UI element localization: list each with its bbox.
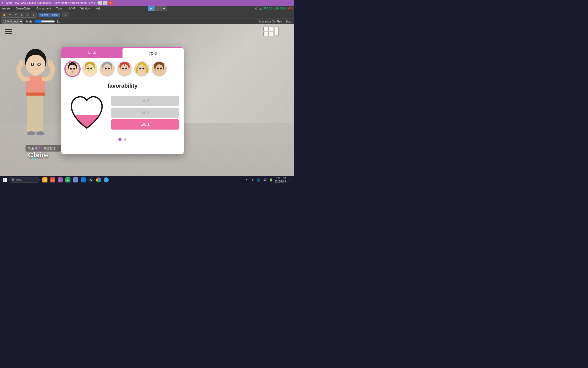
rect-tool[interactable]: ▭: [25, 12, 30, 17]
svg-point-43: [138, 64, 146, 73]
menu-help[interactable]: Help: [94, 6, 102, 10]
scale-tool[interactable]: ⊞: [19, 12, 24, 17]
taskbar-chrome[interactable]: [95, 176, 102, 183]
pivot-center-button[interactable]: Center: [39, 13, 50, 17]
step-button[interactable]: ⏭: [161, 6, 167, 11]
svg-point-50: [160, 68, 162, 70]
taskbar-apps: 📁 🦊 P ♫ D </> S ✈: [41, 176, 110, 183]
avatar-char3[interactable]: [100, 61, 115, 77]
vscode-icon: </>: [81, 177, 86, 182]
favorability-title: favorability: [66, 83, 179, 89]
restore-button[interactable]: □: [103, 1, 107, 5]
page-dot-2[interactable]: [124, 138, 127, 141]
level-bar-2: LV. 2: [111, 108, 179, 118]
hamburger-line-2: [5, 31, 12, 32]
svg-point-17: [27, 131, 35, 135]
stats-label: Sta...: [286, 20, 292, 23]
unity-toolbar: ✋ ✥ ↻ ⊞ ▭ ⊕ Center Local ⊡: [0, 11, 294, 18]
single-panel-icon: [275, 27, 279, 36]
role-panel: task role: [61, 47, 184, 154]
taskbar-steam[interactable]: S: [87, 176, 94, 183]
steam-icon: S: [88, 177, 93, 182]
show-desktop-icon[interactable]: □: [287, 177, 292, 182]
pivot-local-button[interactable]: Local: [50, 13, 60, 17]
avatar-char6[interactable]: [152, 61, 167, 77]
taskbar-browser-fox[interactable]: 🦊: [49, 176, 56, 183]
scale-value: 1x: [57, 20, 60, 23]
perf-fps: FPS 72: [263, 7, 272, 10]
avatar-claire[interactable]: [65, 61, 80, 77]
grid-cell-1: [263, 27, 268, 31]
grid-icon-2x2[interactable]: [263, 27, 273, 36]
avatar-char3-face: [100, 62, 114, 76]
play-button[interactable]: ▶: [148, 6, 154, 11]
avatar-char2[interactable]: [82, 61, 97, 77]
hand-tool[interactable]: ✋: [1, 12, 7, 17]
dialog-box: 笨蛋哥哥！最討厭你...: [26, 145, 61, 152]
start-grid-3: [3, 180, 5, 182]
close-button[interactable]: ✕: [108, 1, 113, 5]
taskbar-search[interactable]: 🔍 搜尋: [9, 177, 40, 183]
task-tab[interactable]: task: [61, 47, 122, 58]
character-figure: [8, 47, 64, 159]
transform-tool[interactable]: ⊕: [31, 12, 36, 17]
title-bar: s - Story - PC, Mac & Linux Standalone -…: [0, 0, 294, 6]
menu-gameobject[interactable]: GameObject: [15, 6, 32, 10]
move-tool[interactable]: ✥: [7, 12, 13, 17]
clock-date: 2023/9/15: [275, 180, 286, 183]
page-indicator-dot: [37, 147, 40, 150]
svg-rect-8: [26, 93, 45, 96]
favorability-heart: [66, 92, 107, 133]
grid-cell-4: [268, 32, 273, 36]
taskbar: 🔍 搜尋 📁 🦊 P ♫ D </> S ✈ ∧ 英: [0, 176, 294, 184]
avatar-char2-face: [83, 62, 97, 76]
rotate-tool[interactable]: ↻: [13, 12, 19, 17]
taskbar-telegram[interactable]: ✈: [103, 176, 110, 183]
settings-icon[interactable]: ⚙: [255, 7, 258, 10]
menu-uvnf[interactable]: UVNF: [67, 6, 76, 10]
svg-rect-34: [108, 70, 111, 72]
start-button[interactable]: [1, 177, 9, 183]
hamburger-line-1: [5, 29, 12, 30]
taskbar-discord[interactable]: D: [72, 176, 79, 183]
taskbar-filemanager[interactable]: 📁: [41, 176, 48, 183]
role-tab[interactable]: role: [122, 48, 184, 58]
tray-expand-icon[interactable]: ∧: [244, 177, 249, 182]
aspect-dropdown[interactable]: 16:9 Aspect: [2, 19, 23, 24]
svg-point-39: [125, 68, 127, 70]
aspect-bar: 16:9 Aspect Scale 1x Maximize On Play St…: [0, 18, 294, 24]
tray-sound-icon[interactable]: 🔊: [262, 177, 267, 182]
dialog-text: 笨蛋哥哥！最討厭你...: [28, 146, 58, 150]
svg-point-5: [32, 63, 33, 65]
svg-point-31: [103, 64, 111, 73]
tray-language-icon[interactable]: 英: [250, 177, 255, 182]
menu-tools[interactable]: Tools: [55, 6, 64, 10]
snap-button[interactable]: ⊡: [62, 12, 69, 17]
taskbar-code[interactable]: </>: [80, 176, 87, 183]
favorability-section: favorability: [61, 80, 184, 136]
hamburger-menu-button[interactable]: [5, 28, 12, 35]
svg-point-28: [90, 68, 92, 70]
taskbar-app-green[interactable]: ♫: [64, 176, 71, 183]
system-clock[interactable]: 下午 3:08 2023/9/15: [275, 177, 286, 183]
maximize-on-play-button[interactable]: Maximize On Play: [259, 20, 282, 23]
avatar-char5[interactable]: [134, 61, 150, 77]
tray-network-icon[interactable]: 🌐: [256, 177, 261, 182]
menu-assets[interactable]: Assets: [1, 6, 11, 10]
scale-slider[interactable]: [34, 19, 55, 24]
cloud-icon[interactable]: ☁: [259, 7, 262, 10]
grid-icon-single[interactable]: [275, 27, 279, 36]
sparkle-small-icon: ✦: [36, 160, 38, 163]
menu-component[interactable]: Component: [35, 6, 52, 10]
menu-window[interactable]: Window: [79, 6, 91, 10]
minimize-button[interactable]: ─: [98, 1, 102, 5]
tray-battery-icon[interactable]: 🔋: [268, 177, 274, 182]
hamburger-line-3: [5, 33, 12, 34]
start-icon: [3, 178, 7, 182]
start-grid-2: [5, 178, 7, 180]
pause-button[interactable]: ⏸: [154, 6, 161, 11]
taskbar-app-purple[interactable]: P: [57, 176, 64, 183]
svg-point-6: [38, 63, 40, 65]
avatar-char4[interactable]: [117, 61, 132, 77]
page-dot-1[interactable]: [118, 138, 121, 141]
